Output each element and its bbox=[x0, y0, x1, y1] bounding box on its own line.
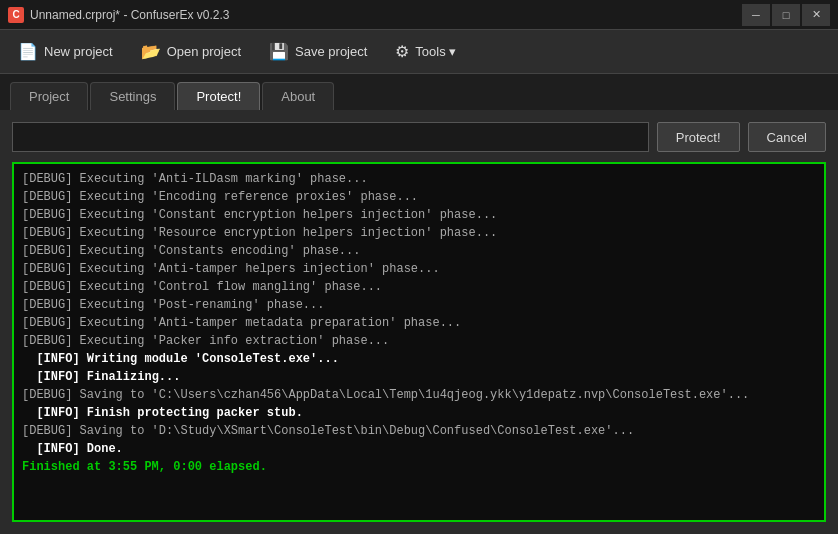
log-line: [DEBUG] Executing 'Post-renaming' phase.… bbox=[22, 296, 816, 314]
log-line: [DEBUG] Executing 'Packer info extractio… bbox=[22, 332, 816, 350]
new-project-icon: 📄 bbox=[18, 42, 38, 61]
app-icon: C bbox=[8, 7, 24, 23]
top-row: Protect! Cancel bbox=[12, 122, 826, 152]
title-bar: C Unnamed.crproj* - ConfuserEx v0.2.3 ─ … bbox=[0, 0, 838, 30]
open-project-button[interactable]: 📂 Open project bbox=[135, 38, 247, 65]
new-project-label: New project bbox=[44, 44, 113, 59]
log-output[interactable]: [DEBUG] Executing 'Anti-ILDasm marking' … bbox=[12, 162, 826, 522]
tools-button[interactable]: ⚙ Tools ▾ bbox=[389, 38, 462, 65]
open-project-label: Open project bbox=[167, 44, 241, 59]
close-button[interactable]: ✕ bbox=[802, 4, 830, 26]
file-input[interactable] bbox=[12, 122, 649, 152]
open-project-icon: 📂 bbox=[141, 42, 161, 61]
protect-button[interactable]: Protect! bbox=[657, 122, 740, 152]
minimize-button[interactable]: ─ bbox=[742, 4, 770, 26]
toolbar: 📄 New project 📂 Open project 💾 Save proj… bbox=[0, 30, 838, 74]
tab-settings[interactable]: Settings bbox=[90, 82, 175, 110]
log-line: [INFO] Finish protecting packer stub. bbox=[22, 404, 816, 422]
log-line: [DEBUG] Executing 'Encoding reference pr… bbox=[22, 188, 816, 206]
log-line: [DEBUG] Saving to 'D:\Study\XSmart\Conso… bbox=[22, 422, 816, 440]
app-icon-text: C bbox=[12, 9, 19, 20]
log-line: [DEBUG] Executing 'Resource encryption h… bbox=[22, 224, 816, 242]
log-line: [INFO] Done. bbox=[22, 440, 816, 458]
title-bar-text: Unnamed.crproj* - ConfuserEx v0.2.3 bbox=[30, 8, 229, 22]
title-bar-controls: ─ □ ✕ bbox=[742, 4, 830, 26]
log-line: [DEBUG] Executing 'Constants encoding' p… bbox=[22, 242, 816, 260]
log-line: [INFO] Finalizing... bbox=[22, 368, 816, 386]
log-line: [INFO] Writing module 'ConsoleTest.exe'.… bbox=[22, 350, 816, 368]
tab-protect[interactable]: Protect! bbox=[177, 82, 260, 110]
log-line: [DEBUG] Saving to 'C:\Users\czhan456\App… bbox=[22, 386, 816, 404]
log-line: [DEBUG] Executing 'Anti-ILDasm marking' … bbox=[22, 170, 816, 188]
cancel-button[interactable]: Cancel bbox=[748, 122, 826, 152]
tab-project[interactable]: Project bbox=[10, 82, 88, 110]
new-project-button[interactable]: 📄 New project bbox=[12, 38, 119, 65]
tabs-bar: Project Settings Protect! About bbox=[0, 74, 838, 110]
title-bar-left: C Unnamed.crproj* - ConfuserEx v0.2.3 bbox=[8, 7, 229, 23]
tab-about[interactable]: About bbox=[262, 82, 334, 110]
maximize-button[interactable]: □ bbox=[772, 4, 800, 26]
tools-label: Tools ▾ bbox=[415, 44, 456, 59]
save-project-label: Save project bbox=[295, 44, 367, 59]
log-line: [DEBUG] Executing 'Constant encryption h… bbox=[22, 206, 816, 224]
tools-icon: ⚙ bbox=[395, 42, 409, 61]
log-line: Finished at 3:55 PM, 0:00 elapsed. bbox=[22, 458, 816, 476]
log-line: [DEBUG] Executing 'Control flow mangling… bbox=[22, 278, 816, 296]
log-line: [DEBUG] Executing 'Anti-tamper metadata … bbox=[22, 314, 816, 332]
save-project-button[interactable]: 💾 Save project bbox=[263, 38, 373, 65]
content-area: Protect! Cancel [DEBUG] Executing 'Anti-… bbox=[0, 110, 838, 534]
log-line: [DEBUG] Executing 'Anti-tamper helpers i… bbox=[22, 260, 816, 278]
save-project-icon: 💾 bbox=[269, 42, 289, 61]
